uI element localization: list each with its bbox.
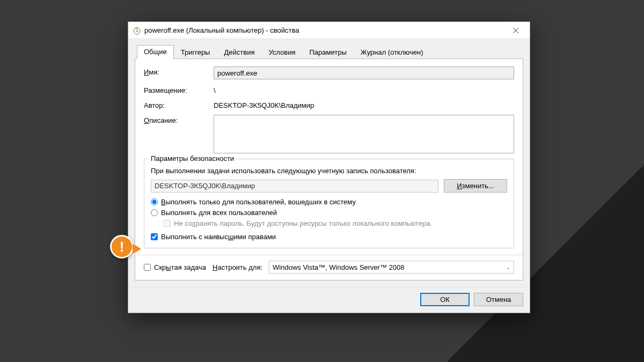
- titlebar: poweroff.exe (Локальный компьютер) - сво…: [128, 22, 530, 39]
- checkbox-no-store-password-input: [164, 220, 171, 227]
- checkbox-no-store-password: Не сохранять пароль. Будут доступны ресу…: [164, 219, 507, 227]
- author-value: DESKTOP-3K5QJ0K\Владимир: [214, 100, 514, 109]
- account-input[interactable]: [151, 180, 438, 193]
- cancel-button[interactable]: Отмена: [474, 293, 523, 306]
- checkbox-highest-privileges-input[interactable]: [151, 233, 158, 240]
- ok-button[interactable]: ОК: [420, 293, 470, 306]
- security-options-group: Параметры безопасности При выполнении за…: [144, 159, 514, 248]
- close-button[interactable]: [505, 23, 526, 38]
- checkbox-hidden-task-label: Скрытая задача: [154, 263, 206, 271]
- checkbox-highest-privileges[interactable]: Выполнить с наивысшими правами: [151, 233, 507, 241]
- configure-for-combobox[interactable]: Windows Vista™, Windows Server™ 2008 ⌄: [269, 261, 514, 274]
- chevron-down-icon: ⌄: [506, 264, 510, 270]
- tab-triggers[interactable]: Триггеры: [174, 46, 217, 59]
- configure-for-label: Настроить для:: [213, 263, 262, 271]
- tab-settings[interactable]: Параметры: [303, 46, 354, 59]
- task-properties-dialog: poweroff.exe (Локальный компьютер) - сво…: [128, 21, 530, 313]
- tab-strip: Общие Триггеры Действия Условия Параметр…: [137, 45, 523, 58]
- attention-callout: !: [108, 233, 136, 261]
- radio-run-logged-on-label: Выполнять только для пользователей, воше…: [161, 198, 356, 206]
- description-label: Описание:: [144, 115, 214, 124]
- panel-divider: [135, 255, 523, 255]
- dialog-button-bar: ОК Отмена: [128, 287, 530, 313]
- author-label: Автор:: [144, 100, 214, 109]
- radio-run-all-users-input[interactable]: [151, 209, 158, 216]
- tab-conditions[interactable]: Условия: [261, 46, 302, 59]
- close-icon: [513, 27, 519, 34]
- checkbox-hidden-task-input[interactable]: [144, 264, 151, 271]
- svg-point-4: [136, 31, 137, 32]
- scheduler-icon: [133, 26, 141, 35]
- security-legend: Параметры безопасности: [149, 154, 236, 162]
- tab-panel-general: Имя: Размещение: \ Автор: DESKTOP-3K5QJ0…: [135, 58, 523, 280]
- location-label: Размещение:: [144, 85, 214, 94]
- name-input[interactable]: [214, 67, 514, 79]
- radio-run-all-users[interactable]: Выполнять для всех пользователей: [151, 209, 507, 217]
- callout-pointer-icon: [133, 243, 141, 254]
- radio-run-logged-on[interactable]: Выполнять только для пользователей, воше…: [151, 198, 507, 206]
- security-intro: При выполнении задачи использовать следу…: [151, 167, 507, 175]
- tab-general[interactable]: Общие: [137, 45, 174, 59]
- name-label: Имя:: [144, 67, 214, 76]
- exclamation-icon: !: [110, 235, 134, 258]
- svg-rect-1: [135, 27, 138, 28]
- dialog-title: poweroff.exe (Локальный компьютер) - сво…: [144, 26, 505, 34]
- tab-actions[interactable]: Действия: [217, 46, 261, 59]
- radio-run-logged-on-input[interactable]: [151, 198, 158, 205]
- checkbox-hidden-task[interactable]: Скрытая задача: [144, 263, 206, 271]
- change-user-button[interactable]: Изменить...: [444, 179, 507, 193]
- tab-history[interactable]: Журнал (отключен): [354, 46, 430, 59]
- description-textarea[interactable]: [214, 115, 514, 153]
- checkbox-highest-privileges-label: Выполнить с наивысшими правами: [161, 233, 276, 241]
- checkbox-no-store-password-label: Не сохранять пароль. Будут доступны ресу…: [174, 219, 432, 227]
- client-area: Общие Триггеры Действия Условия Параметр…: [128, 39, 530, 287]
- location-value: \: [214, 85, 514, 94]
- configure-for-value: Windows Vista™, Windows Server™ 2008: [273, 263, 404, 271]
- radio-run-all-users-label: Выполнять для всех пользователей: [161, 209, 277, 217]
